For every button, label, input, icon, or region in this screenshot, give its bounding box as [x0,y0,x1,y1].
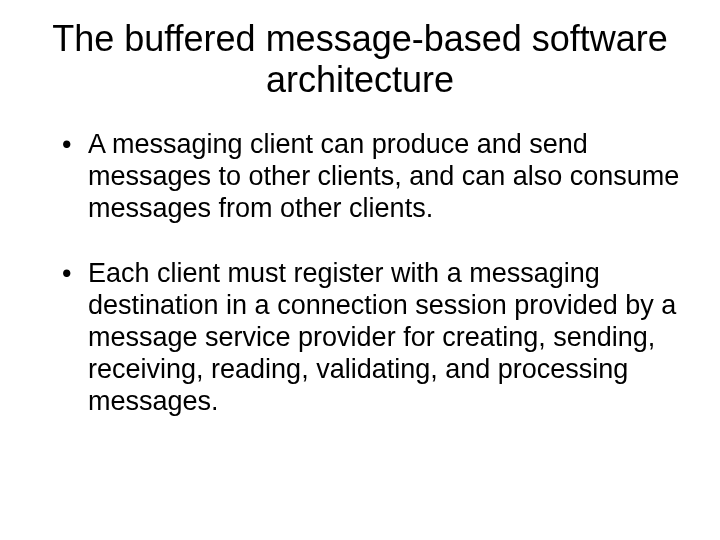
bullet-item: Each client must register with a messagi… [62,258,680,417]
bullet-item: A messaging client can produce and send … [62,129,680,225]
bullet-list: A messaging client can produce and send … [40,129,680,418]
slide-title: The buffered message-based software arch… [40,18,680,101]
